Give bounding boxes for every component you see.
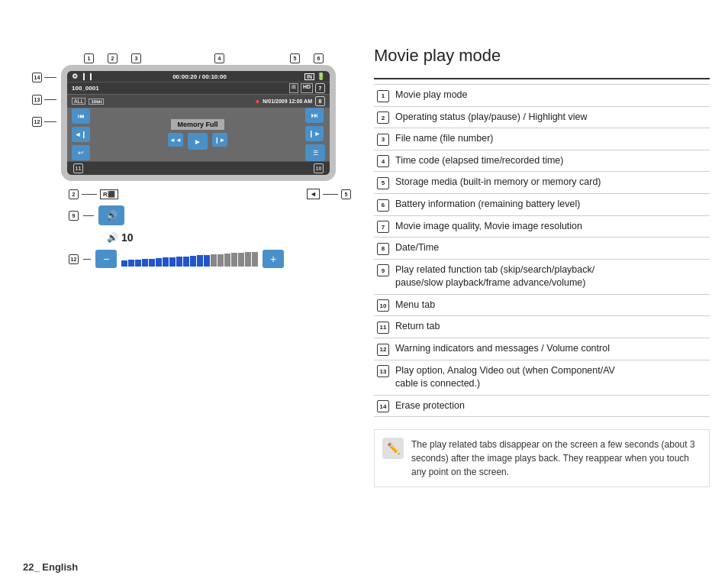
vol-bar-segment bbox=[156, 258, 162, 267]
item-number: 5 bbox=[374, 172, 392, 194]
item-number: 14 bbox=[374, 395, 392, 417]
right-panel: Movie play mode 1 Movie play mode 2 Oper… bbox=[374, 46, 710, 487]
badge-12-callout: 12 − + bbox=[69, 250, 359, 268]
screen-timecode: 00:00:20 / 00:10:00 bbox=[172, 73, 227, 80]
item-text: Time code (elapsed time/recorded time) bbox=[392, 150, 710, 172]
screen-main-area: ⏮ ◄❙ ↩ Memory Full ◄◄ ► ❙► bbox=[67, 108, 330, 161]
play-btn[interactable]: ► bbox=[188, 133, 208, 150]
item-text: Return tab bbox=[392, 316, 710, 338]
table-row: 13 Play option, Analog Video out (when C… bbox=[374, 360, 710, 395]
center-area: Memory Full ◄◄ ► ❙► bbox=[90, 119, 305, 150]
note-box: ✏️ The play related tabs disappear on th… bbox=[374, 429, 710, 487]
vol-bar-segment bbox=[142, 259, 148, 267]
item-number: 7 bbox=[374, 215, 392, 238]
item-text: Storage media (built-in memory or memory… bbox=[392, 172, 710, 194]
slow-forward-btn[interactable]: ❙► bbox=[305, 126, 324, 141]
screen-left-icons: ⚙ ❙❙ bbox=[72, 73, 95, 80]
badge-6: 6 bbox=[314, 53, 324, 63]
vol-bar-segment bbox=[204, 255, 210, 267]
badge-area-13: 13 bbox=[32, 95, 56, 105]
item-number: 8 bbox=[374, 238, 392, 260]
screen-right-icons: IN 🔋 bbox=[304, 73, 325, 80]
rewind-btn[interactable]: ◄◄ bbox=[168, 133, 183, 147]
table-row: 1 Movie play mode bbox=[374, 85, 710, 107]
volume-level: 10 bbox=[121, 231, 134, 244]
step-btn[interactable]: ❙► bbox=[212, 133, 227, 147]
quality-icons: ⊞ HD 7 bbox=[289, 83, 325, 93]
badge-4: 4 bbox=[214, 53, 224, 63]
item-text: Play related function tab (skip/search/p… bbox=[392, 259, 710, 294]
volume-bar bbox=[121, 251, 258, 267]
item-text: Operating status (play/pause) / Highligh… bbox=[392, 106, 710, 128]
vol-bar-segment bbox=[163, 257, 169, 267]
vol-bar-segment bbox=[245, 252, 251, 267]
badge-3: 3 bbox=[131, 53, 141, 63]
table-row: 14 Erase protection bbox=[374, 395, 710, 417]
item-number: 13 bbox=[374, 360, 392, 395]
badge-2-callout: 2 R⬛ bbox=[69, 189, 118, 199]
badge-5: 5 bbox=[290, 53, 300, 63]
item-number: 6 bbox=[374, 193, 392, 215]
vol-bar-segment bbox=[197, 255, 203, 267]
vol-bar-segment bbox=[211, 254, 217, 267]
vol-bar-segment bbox=[135, 260, 141, 267]
footer-text: 22_ English bbox=[23, 561, 78, 573]
table-row: 9 Play related function tab (skip/search… bbox=[374, 259, 710, 294]
item-number: 4 bbox=[374, 150, 392, 172]
badge-area-14: 14 bbox=[32, 73, 56, 82]
note-text: The play related tabs disappear on the s… bbox=[411, 438, 701, 479]
item-number: 3 bbox=[374, 128, 392, 150]
vol-bar-segment bbox=[176, 257, 182, 267]
screen-date-row: ● N/01/2009 12:00 AM 8 bbox=[255, 96, 325, 106]
item-text: Play option, Analog Video out (when Comp… bbox=[392, 360, 710, 395]
section-title: Movie play mode bbox=[374, 46, 710, 66]
screen-bottom-badges: 11 10 bbox=[67, 161, 330, 175]
table-row: 3 File name (file number) bbox=[374, 128, 710, 150]
table-row: 12 Warning indicators and messages / Vol… bbox=[374, 338, 710, 360]
center-ctrl-row: ◄◄ ► ❙► bbox=[168, 133, 227, 150]
volume-level-row: 🔊 10 bbox=[107, 231, 359, 244]
memory-full-label: Memory Full bbox=[171, 119, 224, 130]
vol-bar-segment bbox=[231, 253, 237, 267]
table-row: 11 Return tab bbox=[374, 316, 710, 338]
screen-date: N/01/2009 12:00 AM bbox=[263, 99, 312, 104]
item-number: 10 bbox=[374, 294, 392, 316]
return-tab[interactable]: ↩ bbox=[72, 145, 90, 160]
item-text: Menu tab bbox=[392, 294, 710, 316]
skip-back-btn[interactable]: ⏮ bbox=[72, 108, 90, 124]
item-number: 12 bbox=[374, 338, 392, 360]
badge-2: 2 bbox=[108, 53, 118, 63]
item-text: Erase protection bbox=[392, 395, 710, 417]
vol-bar-segment bbox=[238, 253, 244, 267]
table-row: 7 Movie image quality, Movie image resol… bbox=[374, 215, 710, 238]
volume-plus-btn[interactable]: + bbox=[263, 250, 284, 268]
item-text: Movie image quality, Movie image resolut… bbox=[392, 215, 710, 238]
left-ctrl-col: ⏮ ◄❙ ↩ bbox=[72, 108, 90, 160]
item-text: File name (file number) bbox=[392, 128, 710, 150]
badge-1: 1 bbox=[84, 53, 94, 63]
volume-minus-btn[interactable]: − bbox=[95, 250, 117, 268]
item-number: 11 bbox=[374, 316, 392, 338]
vol-bar-segment bbox=[121, 260, 127, 267]
item-text: Battery information (remaining battery l… bbox=[392, 193, 710, 215]
screen-filename: 100_0001 bbox=[72, 85, 99, 92]
table-row: 2 Operating status (play/pause) / Highli… bbox=[374, 106, 710, 128]
table-row: 10 Menu tab bbox=[374, 294, 710, 316]
menu-tab[interactable]: ☰ bbox=[305, 144, 325, 161]
item-number: 2 bbox=[374, 106, 392, 128]
item-text: Movie play mode bbox=[392, 85, 710, 107]
note-icon: ✏️ bbox=[382, 438, 404, 459]
right-ctrl-col: ⏭ ❙► ☰ bbox=[305, 108, 325, 161]
badge-area-12: 12 bbox=[32, 117, 56, 127]
item-text: Date/Time bbox=[392, 238, 710, 260]
vol-bar-segment bbox=[169, 257, 176, 267]
vol-bar-segment bbox=[128, 260, 134, 267]
speaker-btn[interactable]: 🔊 bbox=[98, 205, 124, 225]
vol-bar-segment bbox=[149, 259, 155, 267]
table-row: 6 Battery information (remaining battery… bbox=[374, 193, 710, 215]
slow-back-btn[interactable]: ◄❙ bbox=[72, 127, 90, 142]
vol-bar-segment bbox=[224, 254, 230, 267]
left-panel: 1 2 3 4 5 6 14 13 12 bbox=[23, 46, 359, 268]
camera-body: 14 13 12 ⚙ bbox=[61, 65, 336, 181]
skip-forward-btn[interactable]: ⏭ bbox=[305, 108, 324, 123]
